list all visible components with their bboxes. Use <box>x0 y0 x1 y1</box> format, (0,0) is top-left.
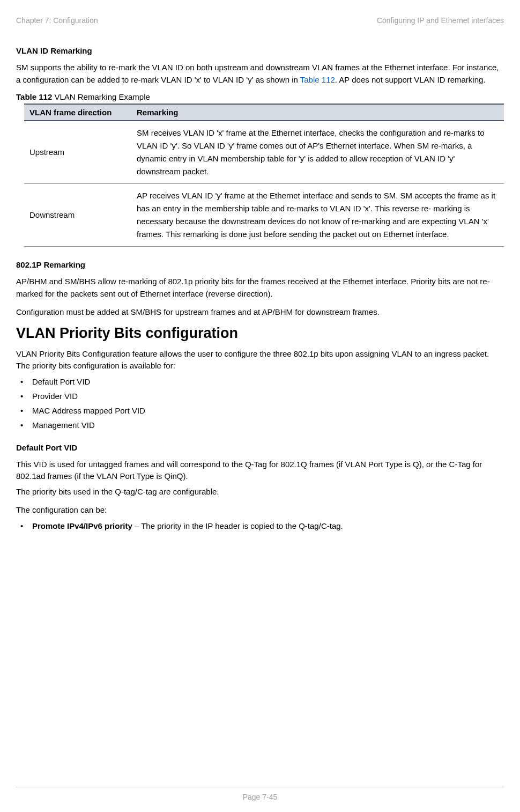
table-row: Upstream SM receives VLAN ID 'x' frame a… <box>24 121 504 184</box>
document-page: Chapter 7: Configuration Configuring IP … <box>0 0 520 812</box>
table-header-row: VLAN frame direction Remarking <box>24 104 504 121</box>
cell-direction: Downstream <box>24 184 131 247</box>
paragraph-8021p-1: AP/BHM and SM/BHS allow re-marking of 80… <box>16 276 504 300</box>
list-item: Provider VID <box>16 389 504 403</box>
paragraph-vlan-id-remarking: SM supports the ability to re-mark the V… <box>16 62 504 86</box>
heading-vlan-priority-bits: VLAN Priority Bits configuration <box>16 325 504 342</box>
header-section: Configuring IP and Ethernet interfaces <box>377 16 504 25</box>
paragraph-default-port-2: The priority bits used in the Q-tag/C-ta… <box>16 486 504 498</box>
page-footer: Page 7-45 <box>16 787 504 801</box>
cell-direction: Upstream <box>24 121 131 184</box>
list-item-rest: – The priority in the IP header is copie… <box>132 521 343 530</box>
list-item: Promote IPv4/IPv6 priority – The priorit… <box>16 519 504 533</box>
table-reference-link[interactable]: Table 112 <box>300 75 335 84</box>
text-segment: . AP does not support VLAN ID remarking. <box>335 75 486 84</box>
list-item: Management VID <box>16 418 504 432</box>
list-item: MAC Address mapped Port VID <box>16 403 504 418</box>
paragraph-vlan-priority: VLAN Priority Bits Configuration feature… <box>16 348 504 372</box>
cell-remarking: SM receives VLAN ID 'x' frame at the Eth… <box>131 121 504 184</box>
table-caption: Table 112 VLAN Remarking Example <box>16 92 504 101</box>
heading-vlan-id-remarking: VLAN ID Remarking <box>16 46 504 55</box>
list-item-bold: Promote IPv4/IPv6 priority <box>32 521 132 530</box>
paragraph-config-can-be: The configuration can be: <box>16 504 504 516</box>
priority-bits-list: Default Port VID Provider VID MAC Addres… <box>16 374 504 432</box>
config-list: Promote IPv4/IPv6 priority – The priorit… <box>16 519 504 533</box>
header-chapter: Chapter 7: Configuration <box>16 16 98 25</box>
table-title: VLAN Remarking Example <box>52 92 150 101</box>
vlan-remarking-table: VLAN frame direction Remarking Upstream … <box>24 104 504 247</box>
table-row: Downstream AP receives VLAN ID 'y' frame… <box>24 184 504 247</box>
list-item: Default Port VID <box>16 374 504 389</box>
page-number: Page 7-45 <box>243 793 278 801</box>
heading-8021p-remarking: 802.1P Remarking <box>16 260 504 269</box>
cell-remarking: AP receives VLAN ID 'y' frame at the Eth… <box>131 184 504 247</box>
col-header-direction: VLAN frame direction <box>24 104 131 121</box>
col-header-remarking: Remarking <box>131 104 504 121</box>
heading-default-port-vid: Default Port VID <box>16 443 504 452</box>
paragraph-8021p-2: Configuration must be added at SM/BHS fo… <box>16 306 504 319</box>
table-number: Table 112 <box>16 92 52 101</box>
page-header: Chapter 7: Configuration Configuring IP … <box>16 16 504 25</box>
paragraph-default-port-1: This VID is used for untagged frames and… <box>16 459 504 483</box>
